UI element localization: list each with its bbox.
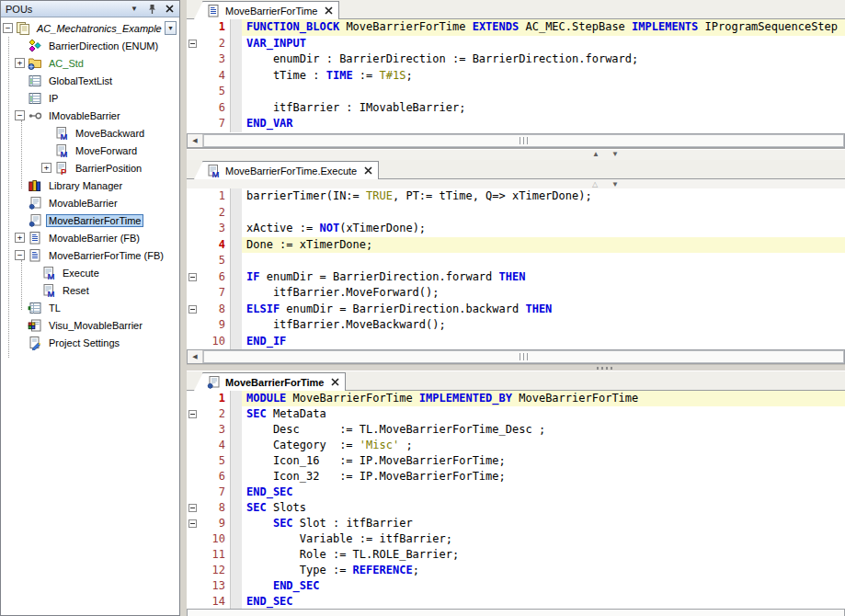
fold-collapse-icon[interactable] <box>188 40 197 48</box>
root-dropdown-button[interactable]: ▼ <box>165 21 177 35</box>
gutter-strip <box>230 469 242 485</box>
tree-item-imovablebarrier[interactable]: −IMovableBarrier <box>1 107 179 124</box>
collapse-icon[interactable]: − <box>15 110 25 120</box>
code-editor[interactable]: 1FUNCTION_BLOCK MoveBarrierForTime EXTEN… <box>187 19 845 133</box>
fold-margin <box>187 221 199 237</box>
horizontal-scrollbar[interactable]: ◀ <box>187 133 845 148</box>
gutter-strip <box>230 563 242 578</box>
fold-margin <box>187 563 199 578</box>
tree-item-globaltextlist[interactable]: GlobalTextList <box>1 72 179 89</box>
line-number: 7 <box>199 116 230 132</box>
code-token: SEC <box>246 501 267 514</box>
fold-margin <box>187 317 199 334</box>
tree-item-movablebarrier[interactable]: MovableBarrier <box>1 194 179 211</box>
tree-item-tl[interactable]: TL <box>1 299 179 316</box>
collapse-up-icon[interactable]: ▲ <box>592 150 599 159</box>
scroll-left-button[interactable]: ◀ <box>188 350 203 363</box>
window-menu-icon[interactable]: ▼ <box>128 4 141 15</box>
scroll-left-button[interactable]: ◀ <box>188 134 203 147</box>
close-icon[interactable] <box>163 4 176 15</box>
line-number: 9 <box>199 516 230 531</box>
fold-margin <box>187 100 199 117</box>
gutter-strip <box>230 453 242 469</box>
tab-strip: MoveBarrierForTime <box>187 371 845 391</box>
tree-item-barrierdirection-enum[interactable]: BarrierDirection (ENUM) <box>1 37 179 54</box>
code-line: 3 Desc := TL.MoveBarrierForTime_Desc ; <box>187 422 845 438</box>
code-line: 2SEC MetaData <box>187 406 845 422</box>
tree-item-movebarrierfortime-fb[interactable]: −MoveBarrierForTime (FB) <box>1 246 179 264</box>
tree-item-ac-std[interactable]: +AC_Std <box>1 54 179 72</box>
expand-icon[interactable]: + <box>15 233 25 243</box>
expand-icon[interactable]: + <box>15 58 25 68</box>
code-line: 4Done := xTimerDone; <box>187 237 845 254</box>
code-token: Icon_16 := IP.MoveBarrierForTime; <box>246 454 506 467</box>
gutter-strip <box>230 237 242 254</box>
gutter-strip <box>230 253 242 269</box>
tab-label: MoveBarrierForTime <box>225 377 324 388</box>
tree-item-movebackward[interactable]: MMoveBackward <box>1 124 179 142</box>
collapse-icon[interactable]: − <box>15 250 25 260</box>
expand-icon[interactable]: + <box>41 163 51 173</box>
tree-item-movebarrierfortime[interactable]: MoveBarrierForTime <box>1 211 179 229</box>
pane-splitter[interactable] <box>187 364 845 371</box>
collapse-down-icon[interactable]: ▼ <box>611 150 619 159</box>
code-token: IProgramSequenceStep <box>698 20 838 33</box>
tab-close-icon[interactable] <box>331 378 339 386</box>
tree-item-project-settings[interactable]: Project Settings <box>1 334 179 351</box>
method-icon: M <box>54 143 69 158</box>
gutter-strip <box>230 100 242 117</box>
tree-item-visu-movablebarrier[interactable]: Visu_MovableBarrier <box>1 316 179 334</box>
code-line: 1FUNCTION_BLOCK MoveBarrierForTime EXTEN… <box>187 19 845 36</box>
gutter-strip <box>230 84 242 100</box>
fold-margin <box>187 547 199 563</box>
fold-collapse-icon[interactable] <box>188 273 197 281</box>
code-text: enumDir : BarrierDirection := BarrierDir… <box>242 51 845 68</box>
document-tab[interactable]: MoveBarrierForTime <box>202 372 346 391</box>
gutter-strip <box>230 205 242 222</box>
scrollbar-thumb[interactable] <box>203 134 844 147</box>
tree-item-library-manager[interactable]: Library Manager <box>1 177 179 194</box>
code-line: 6 Icon_32 := IP.MoveBarrierForTime; <box>187 469 845 485</box>
pin-icon[interactable] <box>145 4 158 15</box>
gutter-strip <box>230 317 242 334</box>
code-text: IF enumDir = BarrierDirection.forward TH… <box>242 269 845 286</box>
code-text: ELSIF enumDir = BarrierDirection.backwar… <box>242 302 845 318</box>
fold-collapse-icon[interactable] <box>188 410 197 418</box>
tree-item-movablebarrier-fb[interactable]: +MovableBarrier (FB) <box>1 229 179 246</box>
code-token: ELSIF <box>246 302 280 315</box>
code-line: 4 Category := 'Misc' ; <box>187 438 845 453</box>
code-text: SEC Slot : itfBarrier <box>242 516 845 531</box>
code-token: enumDir = BarrierDirection.forward <box>259 270 498 283</box>
tree-item-execute[interactable]: MExecute <box>1 264 179 281</box>
gutter-strip <box>230 391 242 406</box>
tree-item-barrierposition[interactable]: +PBarrierPosition <box>1 159 179 177</box>
code-token: EXTENDS <box>473 20 520 33</box>
fold-margin <box>187 469 199 485</box>
tree-item-moveforward[interactable]: MMoveForward <box>1 142 179 159</box>
fold-collapse-icon[interactable] <box>188 504 197 512</box>
line-number: 5 <box>199 453 230 469</box>
tree-item-reset[interactable]: MReset <box>1 281 179 299</box>
line-number: 1 <box>199 19 230 36</box>
tree-item-ac-mechatronics-example[interactable]: −AC_Mechatronics_Example▼ <box>1 19 179 37</box>
horizontal-scrollbar[interactable]: ◀ <box>187 349 845 364</box>
collapse-icon[interactable]: − <box>3 23 13 33</box>
gutter-strip <box>230 285 242 302</box>
tab-close-icon[interactable] <box>325 6 333 15</box>
code-text: SEC MetaData <box>242 406 845 422</box>
pane-splitter[interactable]: ▲ ▼ <box>187 148 845 160</box>
code-line: 4 tTime : TIME := T#1S; <box>187 68 845 85</box>
pou-tree[interactable]: −AC_Mechatronics_Example▼BarrierDirectio… <box>1 17 179 614</box>
document-tab[interactable]: MoveBarrierForTime <box>202 1 339 19</box>
document-tab[interactable]: MMoveBarrierForTime.Execute <box>202 161 379 179</box>
code-editor[interactable]: 1MODULE MoveBarrierForTime IMPLEMENTED_B… <box>187 391 845 609</box>
method-icon: M <box>41 266 56 280</box>
horizontal-scrollbar[interactable] <box>187 609 845 616</box>
tab-close-icon[interactable] <box>364 166 372 175</box>
scrollbar-thumb[interactable] <box>203 350 844 363</box>
code-editor[interactable]: 1barrierTimer(IN:= TRUE, PT:= tTime, Q=>… <box>187 188 845 349</box>
fold-collapse-icon[interactable] <box>188 519 197 528</box>
tree-item-ip[interactable]: IP <box>1 89 179 107</box>
fold-collapse-icon[interactable] <box>188 305 197 314</box>
folder-icon <box>28 56 42 71</box>
